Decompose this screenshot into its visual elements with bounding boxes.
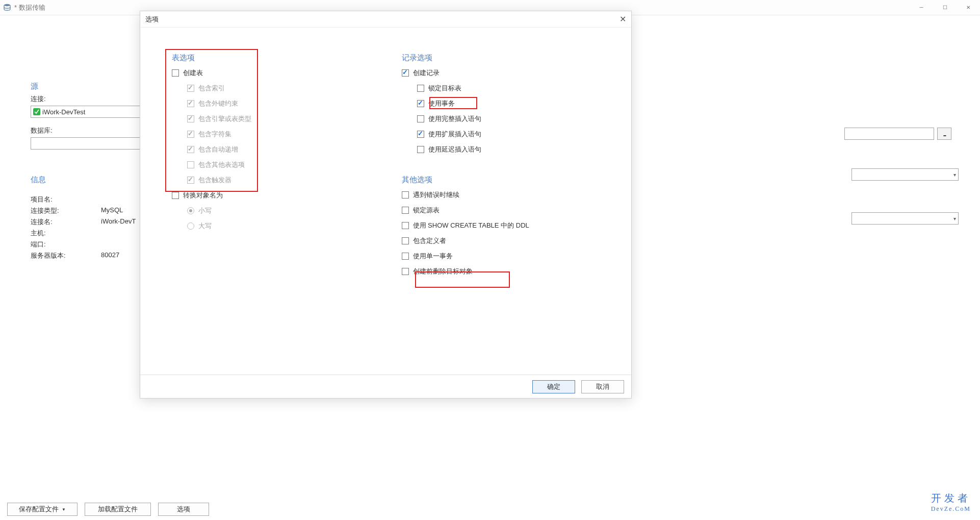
info-conn-type-label: 连接类型: — [31, 206, 101, 215]
dialog-footer: 确定 取消 — [140, 375, 631, 398]
record-options-column: 记录选项 创建记录 锁定目标表 使用事务 使用完整插入语句 使用扩展插入语句 使… — [402, 53, 632, 375]
ok-button[interactable]: 确定 — [532, 380, 575, 393]
include-trigger-checkbox: 包含触发器 — [172, 175, 402, 185]
info-conn-name-value: iWork-DevT — [101, 217, 136, 227]
dialog-header: 选项 ✕ — [140, 11, 631, 28]
table-options-column: 表选项 创建表 包含索引 包含外键约束 包含引擎或表类型 包含字符集 包含自动递… — [172, 53, 402, 375]
lowercase-radio: 小写 — [172, 206, 402, 216]
use-single-tx-checkbox[interactable]: 使用单一事务 — [402, 251, 632, 261]
info-port-label: 端口: — [31, 240, 101, 249]
close-button[interactable]: ✕ — [957, 0, 980, 15]
options-dialog: 选项 ✕ 表选项 创建表 包含索引 包含外键约束 包含引擎或表类型 包含字符集 … — [140, 11, 632, 399]
use-show-create-checkbox[interactable]: 使用 SHOW CREATE TABLE 中的 DDL — [402, 220, 632, 231]
use-delayed-insert-checkbox[interactable]: 使用延迟插入语句 — [402, 144, 632, 155]
svg-point-0 — [4, 4, 10, 6]
load-profile-button[interactable]: 加载配置文件 — [85, 503, 151, 516]
info-host-label: 主机: — [31, 229, 101, 238]
include-fk-checkbox: 包含外键约束 — [172, 98, 402, 109]
browse-button[interactable]: ... — [937, 128, 951, 140]
cancel-button[interactable]: 取消 — [581, 380, 624, 393]
use-full-insert-checkbox[interactable]: 使用完整插入语句 — [402, 114, 632, 124]
convert-names-checkbox[interactable]: 转换对象名为 — [172, 190, 402, 201]
target-combo-2[interactable]: ▾ — [852, 212, 959, 225]
target-combo-1[interactable]: ▾ — [852, 168, 959, 181]
lock-source-checkbox[interactable]: 锁定源表 — [402, 205, 632, 215]
options-button[interactable]: 选项 — [158, 503, 209, 516]
dialog-title: 选项 — [145, 15, 159, 24]
include-autoinc-checkbox: 包含自动递增 — [172, 144, 402, 155]
window-controls: ─ ☐ ✕ — [910, 0, 980, 15]
include-definer-checkbox[interactable]: 包含定义者 — [402, 236, 632, 246]
other-options-heading: 其他选项 — [402, 175, 632, 185]
record-options-heading: 记录选项 — [402, 53, 632, 63]
create-record-checkbox[interactable]: 创建记录 — [402, 68, 632, 78]
dialog-close-button[interactable]: ✕ — [620, 14, 626, 24]
create-table-checkbox[interactable]: 创建表 — [172, 68, 402, 78]
target-search-field[interactable] — [844, 128, 934, 140]
maximize-button[interactable]: ☐ — [933, 0, 957, 15]
connection-icon — [33, 108, 40, 115]
watermark: 开发者 DevZe.CoM — [931, 491, 971, 513]
save-profile-button[interactable]: 保存配置文件▼ — [7, 503, 78, 516]
bottom-toolbar: 保存配置文件▼ 加载配置文件 选项 — [0, 499, 980, 520]
continue-on-error-checkbox[interactable]: 遇到错误时继续 — [402, 190, 632, 200]
info-conn-name-label: 连接名: — [31, 217, 101, 227]
include-other-checkbox: 包含其他表选项 — [172, 160, 402, 170]
include-index-checkbox: 包含索引 — [172, 83, 402, 93]
info-server-ver-label: 服务器版本: — [31, 251, 101, 260]
lock-target-checkbox[interactable]: 锁定目标表 — [402, 83, 632, 93]
window-title: * 数据传输 — [14, 3, 45, 12]
right-panel: ... ▾ ▾ — [852, 168, 959, 256]
info-project-name-label: 项目名: — [31, 195, 101, 204]
database-icon — [3, 4, 11, 12]
uppercase-radio: 大写 — [172, 221, 402, 231]
include-engine-checkbox: 包含引擎或表类型 — [172, 114, 402, 124]
delete-before-create-checkbox[interactable]: 创建前删除目标对象 — [402, 266, 632, 277]
table-options-heading: 表选项 — [172, 53, 402, 63]
info-server-ver-value: 80027 — [101, 251, 119, 260]
caret-down-icon: ▼ — [62, 507, 66, 512]
include-charset-checkbox: 包含字符集 — [172, 129, 402, 139]
connection-value: iWork-DevTest — [42, 108, 85, 116]
info-conn-type-value: MySQL — [101, 206, 123, 215]
minimize-button[interactable]: ─ — [910, 0, 933, 15]
chevron-down-icon: ▾ — [953, 172, 956, 178]
use-ext-insert-checkbox[interactable]: 使用扩展插入语句 — [402, 129, 632, 139]
chevron-down-icon: ▾ — [953, 216, 956, 221]
use-tx-checkbox[interactable]: 使用事务 — [402, 98, 632, 109]
